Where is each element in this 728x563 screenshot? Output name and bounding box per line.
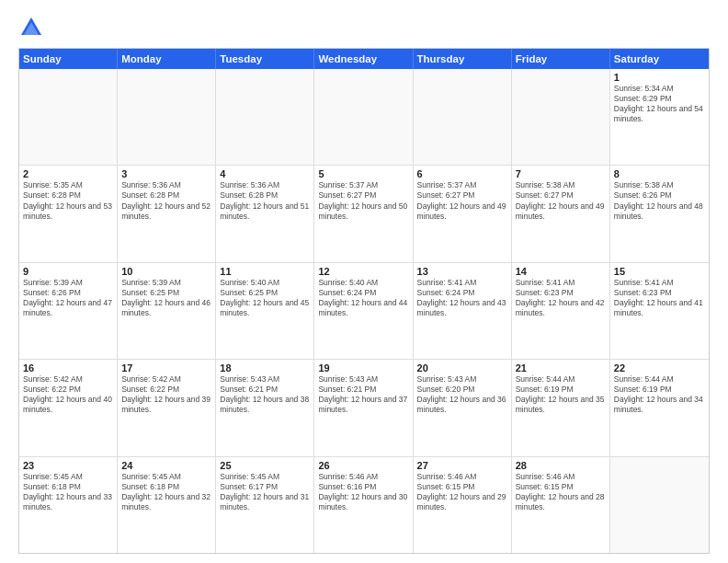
day-number: 20 xyxy=(417,362,507,373)
day-number: 13 xyxy=(417,266,507,277)
day-header-friday: Friday xyxy=(512,49,610,69)
day-content: Sunrise: 5:39 AM Sunset: 6:26 PM Dayligh… xyxy=(23,278,113,318)
calendar-day-empty xyxy=(610,457,709,553)
calendar-day-4: 4Sunrise: 5:36 AM Sunset: 6:28 PM Daylig… xyxy=(216,166,314,261)
day-content: Sunrise: 5:41 AM Sunset: 6:24 PM Dayligh… xyxy=(417,278,507,318)
day-number: 10 xyxy=(121,266,211,277)
day-content: Sunrise: 5:39 AM Sunset: 6:25 PM Dayligh… xyxy=(121,278,211,318)
day-number: 7 xyxy=(516,168,606,179)
calendar-week-1: 2Sunrise: 5:35 AM Sunset: 6:28 PM Daylig… xyxy=(19,166,709,262)
day-number: 1 xyxy=(614,72,705,83)
calendar-day-21: 21Sunrise: 5:44 AM Sunset: 6:19 PM Dayli… xyxy=(512,360,610,455)
day-number: 5 xyxy=(318,168,408,179)
calendar-day-13: 13Sunrise: 5:41 AM Sunset: 6:24 PM Dayli… xyxy=(414,263,512,359)
calendar-week-2: 9Sunrise: 5:39 AM Sunset: 6:26 PM Daylig… xyxy=(19,263,709,360)
calendar-day-19: 19Sunrise: 5:43 AM Sunset: 6:21 PM Dayli… xyxy=(314,360,413,455)
calendar-day-23: 23Sunrise: 5:45 AM Sunset: 6:18 PM Dayli… xyxy=(19,457,118,553)
day-number: 12 xyxy=(318,266,408,277)
day-content: Sunrise: 5:36 AM Sunset: 6:28 PM Dayligh… xyxy=(220,180,310,221)
calendar-day-24: 24Sunrise: 5:45 AM Sunset: 6:18 PM Dayli… xyxy=(118,457,216,553)
calendar-day-27: 27Sunrise: 5:46 AM Sunset: 6:15 PM Dayli… xyxy=(414,457,512,553)
calendar-day-2: 2Sunrise: 5:35 AM Sunset: 6:28 PM Daylig… xyxy=(19,166,118,261)
calendar-day-empty xyxy=(314,69,413,165)
day-header-sunday: Sunday xyxy=(19,49,118,69)
calendar-day-11: 11Sunrise: 5:40 AM Sunset: 6:25 PM Dayli… xyxy=(216,263,314,359)
calendar-day-10: 10Sunrise: 5:39 AM Sunset: 6:25 PM Dayli… xyxy=(118,263,216,359)
day-number: 19 xyxy=(318,362,408,373)
page: SundayMondayTuesdayWednesdayThursdayFrid… xyxy=(0,0,728,563)
day-content: Sunrise: 5:37 AM Sunset: 6:27 PM Dayligh… xyxy=(417,180,507,221)
day-content: Sunrise: 5:46 AM Sunset: 6:15 PM Dayligh… xyxy=(516,472,606,512)
day-content: Sunrise: 5:37 AM Sunset: 6:27 PM Dayligh… xyxy=(318,180,408,221)
calendar-week-4: 23Sunrise: 5:45 AM Sunset: 6:18 PM Dayli… xyxy=(19,457,709,553)
day-number: 3 xyxy=(121,168,211,179)
day-number: 24 xyxy=(121,460,211,471)
header xyxy=(18,15,710,40)
day-header-monday: Monday xyxy=(118,49,216,69)
day-number: 22 xyxy=(614,362,705,373)
day-header-wednesday: Wednesday xyxy=(314,49,413,69)
day-number: 11 xyxy=(220,266,310,277)
day-content: Sunrise: 5:43 AM Sunset: 6:21 PM Dayligh… xyxy=(318,374,408,415)
day-number: 17 xyxy=(121,362,211,373)
calendar-day-20: 20Sunrise: 5:43 AM Sunset: 6:20 PM Dayli… xyxy=(414,360,512,455)
day-content: Sunrise: 5:46 AM Sunset: 6:15 PM Dayligh… xyxy=(417,472,507,512)
calendar-day-26: 26Sunrise: 5:46 AM Sunset: 6:16 PM Dayli… xyxy=(314,457,413,553)
day-content: Sunrise: 5:42 AM Sunset: 6:22 PM Dayligh… xyxy=(23,374,113,415)
calendar-day-28: 28Sunrise: 5:46 AM Sunset: 6:15 PM Dayli… xyxy=(512,457,610,553)
calendar-day-14: 14Sunrise: 5:41 AM Sunset: 6:23 PM Dayli… xyxy=(512,263,610,359)
calendar-day-empty xyxy=(118,69,216,165)
logo xyxy=(18,15,48,40)
calendar-day-empty xyxy=(19,69,118,165)
day-content: Sunrise: 5:38 AM Sunset: 6:26 PM Dayligh… xyxy=(614,180,705,221)
calendar-day-5: 5Sunrise: 5:37 AM Sunset: 6:27 PM Daylig… xyxy=(314,166,413,261)
day-content: Sunrise: 5:40 AM Sunset: 6:25 PM Dayligh… xyxy=(220,278,310,318)
calendar-day-15: 15Sunrise: 5:41 AM Sunset: 6:23 PM Dayli… xyxy=(610,263,709,359)
day-content: Sunrise: 5:41 AM Sunset: 6:23 PM Dayligh… xyxy=(516,278,606,318)
calendar-day-12: 12Sunrise: 5:40 AM Sunset: 6:24 PM Dayli… xyxy=(314,263,413,359)
calendar-week-3: 16Sunrise: 5:42 AM Sunset: 6:22 PM Dayli… xyxy=(19,360,709,456)
day-content: Sunrise: 5:45 AM Sunset: 6:18 PM Dayligh… xyxy=(23,472,113,512)
logo-icon xyxy=(18,15,44,40)
calendar: SundayMondayTuesdayWednesdayThursdayFrid… xyxy=(18,48,710,554)
day-content: Sunrise: 5:42 AM Sunset: 6:22 PM Dayligh… xyxy=(121,374,211,415)
day-header-tuesday: Tuesday xyxy=(216,49,314,69)
day-number: 4 xyxy=(220,168,310,179)
calendar-day-22: 22Sunrise: 5:44 AM Sunset: 6:19 PM Dayli… xyxy=(610,360,709,455)
day-number: 14 xyxy=(516,266,606,277)
day-number: 15 xyxy=(614,266,705,277)
day-content: Sunrise: 5:43 AM Sunset: 6:20 PM Dayligh… xyxy=(417,374,507,415)
calendar-day-empty xyxy=(512,69,610,165)
day-content: Sunrise: 5:34 AM Sunset: 6:29 PM Dayligh… xyxy=(614,84,705,124)
day-content: Sunrise: 5:35 AM Sunset: 6:28 PM Dayligh… xyxy=(23,180,113,221)
day-number: 28 xyxy=(516,460,606,471)
calendar-day-empty xyxy=(216,69,314,165)
day-header-saturday: Saturday xyxy=(610,49,709,69)
day-number: 26 xyxy=(318,460,408,471)
day-content: Sunrise: 5:36 AM Sunset: 6:28 PM Dayligh… xyxy=(121,180,211,221)
day-number: 2 xyxy=(23,168,113,179)
calendar-day-empty xyxy=(414,69,512,165)
day-number: 18 xyxy=(220,362,310,373)
day-content: Sunrise: 5:44 AM Sunset: 6:19 PM Dayligh… xyxy=(516,374,606,415)
day-content: Sunrise: 5:44 AM Sunset: 6:19 PM Dayligh… xyxy=(614,374,705,415)
day-content: Sunrise: 5:45 AM Sunset: 6:17 PM Dayligh… xyxy=(220,472,310,512)
day-content: Sunrise: 5:43 AM Sunset: 6:21 PM Dayligh… xyxy=(220,374,310,415)
calendar-day-17: 17Sunrise: 5:42 AM Sunset: 6:22 PM Dayli… xyxy=(118,360,216,455)
day-number: 23 xyxy=(23,460,113,471)
calendar-day-25: 25Sunrise: 5:45 AM Sunset: 6:17 PM Dayli… xyxy=(216,457,314,553)
day-number: 16 xyxy=(23,362,113,373)
day-content: Sunrise: 5:41 AM Sunset: 6:23 PM Dayligh… xyxy=(614,278,705,318)
calendar-day-9: 9Sunrise: 5:39 AM Sunset: 6:26 PM Daylig… xyxy=(19,263,118,359)
day-content: Sunrise: 5:40 AM Sunset: 6:24 PM Dayligh… xyxy=(318,278,408,318)
calendar-body: 1Sunrise: 5:34 AM Sunset: 6:29 PM Daylig… xyxy=(19,69,709,553)
calendar-header: SundayMondayTuesdayWednesdayThursdayFrid… xyxy=(19,49,709,69)
day-content: Sunrise: 5:38 AM Sunset: 6:27 PM Dayligh… xyxy=(516,180,606,221)
day-number: 9 xyxy=(23,266,113,277)
day-content: Sunrise: 5:46 AM Sunset: 6:16 PM Dayligh… xyxy=(318,472,408,512)
calendar-week-0: 1Sunrise: 5:34 AM Sunset: 6:29 PM Daylig… xyxy=(19,69,709,166)
calendar-day-18: 18Sunrise: 5:43 AM Sunset: 6:21 PM Dayli… xyxy=(216,360,314,455)
day-number: 21 xyxy=(516,362,606,373)
day-number: 25 xyxy=(220,460,310,471)
calendar-day-8: 8Sunrise: 5:38 AM Sunset: 6:26 PM Daylig… xyxy=(610,166,709,261)
